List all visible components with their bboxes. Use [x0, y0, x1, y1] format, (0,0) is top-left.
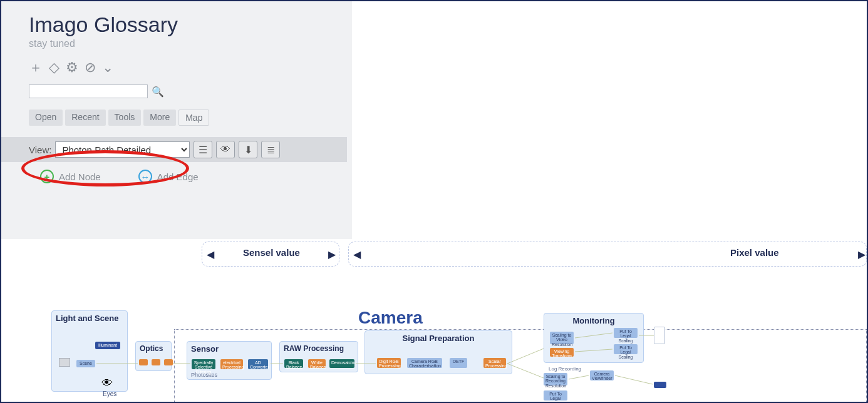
add-edge-label: Add Edge	[157, 171, 199, 182]
region-monitor: Monitoring	[544, 313, 644, 363]
tab-recent[interactable]: Recent	[65, 110, 105, 126]
node-put-legal1[interactable]: Put To Legal Scaling	[614, 328, 638, 338]
arrow-left-icon: ◀	[353, 248, 361, 260]
view-label: View:	[29, 145, 51, 155]
node-optics-3[interactable]	[164, 359, 173, 365]
arrow-right-icon: ▶	[328, 248, 336, 260]
tab-more[interactable]: More	[143, 110, 176, 126]
region-raw: RAW Processing	[279, 341, 358, 372]
chevron-down-icon[interactable]: ⌄	[102, 59, 113, 76]
menu-icon[interactable]: ☰	[194, 141, 212, 158]
node-scene[interactable]: Scene	[76, 360, 95, 367]
svg-line-10	[615, 375, 653, 384]
scene-image-icon	[59, 358, 70, 367]
edge-circle-icon: ↔	[138, 170, 152, 183]
node-scalar[interactable]: Scalar Processing	[483, 358, 506, 368]
region-sensor-title: Sensor	[187, 342, 271, 356]
region-monitor-title: Monitoring	[544, 314, 643, 328]
node-demosaic[interactable]: Demosaicing	[329, 359, 354, 368]
tab-map[interactable]: Map	[178, 110, 209, 126]
plus-circle-icon: +	[40, 170, 54, 183]
node-cam-view[interactable]: Camera Viewfinder	[590, 370, 614, 380]
download-icon[interactable]: ⬇	[239, 141, 257, 158]
view-toolbar: View: Photon Path Detailed ☰ 👁 ⬇ ≣	[1, 137, 347, 162]
sidebar-panel: Imago Glossary stay tuned ＋ ◇ ⚙ ⊘ ⌄ 🔍 Op…	[1, 1, 352, 239]
node-digrgb[interactable]: Digit RGB Processing	[377, 358, 401, 368]
svg-line-4	[507, 349, 544, 364]
group-pixel	[348, 242, 867, 267]
node-view-trans[interactable]: Viewing Transform	[550, 348, 574, 357]
node-white[interactable]: White Balance	[308, 359, 326, 368]
log-recording-label: Log Recording	[549, 366, 581, 372]
view-select[interactable]: Photon Path Detailed	[55, 141, 190, 158]
add-node-label: Add Node	[59, 171, 101, 182]
group-sensel-label: Sensel value	[243, 247, 300, 258]
tab-tools[interactable]: Tools	[108, 110, 142, 126]
node-camrgb[interactable]: Camera RGB Characterisation	[407, 358, 442, 368]
node-oetf[interactable]: OETF	[450, 358, 467, 368]
camera-outline	[174, 329, 867, 403]
group-pixel-label: Pixel value	[730, 247, 779, 258]
node-scale-vid[interactable]: Scaling to Video Resolution	[550, 332, 574, 344]
node-black[interactable]: Black Balance	[284, 359, 303, 368]
node-small-blue[interactable]	[654, 382, 666, 388]
arrow-right-icon: ▶	[858, 248, 865, 260]
region-sensor-sub: Photosites	[187, 372, 221, 378]
region-optics: Optics	[135, 341, 172, 371]
app-title: Imago Glossary	[29, 13, 347, 37]
eye-icon: 👁	[101, 377, 113, 390]
eye-icon[interactable]: 👁	[216, 141, 235, 158]
arrow-left-icon: ◀	[207, 248, 214, 260]
tag-icon[interactable]: ◇	[49, 59, 59, 76]
camera-title: Camera	[358, 308, 423, 328]
node-optics-1[interactable]	[139, 359, 148, 365]
search-input[interactable]	[29, 84, 148, 98]
node-spectrally[interactable]: Spectrally Selective Filtering	[192, 359, 215, 369]
node-ad[interactable]: AD Converter	[248, 359, 268, 369]
region-light: Light and Scene	[51, 310, 128, 392]
check-circle-icon[interactable]: ⊘	[85, 59, 96, 76]
add-node-button[interactable]: + Add Node	[40, 170, 101, 183]
node-output-placeholder[interactable]	[654, 327, 665, 344]
search-icon[interactable]: 🔍	[152, 86, 164, 98]
region-signal: Signal Preparation	[364, 330, 512, 374]
group-sensel	[202, 242, 339, 267]
region-sensor: Sensor Photosites	[187, 341, 272, 380]
node-electrical[interactable]: electrical Processing	[220, 359, 243, 369]
node-scale-rec[interactable]: Scaling to Recording Resolution	[544, 373, 567, 385]
region-signal-title: Signal Preparation	[365, 331, 512, 345]
region-raw-title: RAW Processing	[280, 342, 358, 355]
node-put-legal2[interactable]: Put To Legal Scaling	[614, 344, 638, 354]
tab-bar: Open Recent Tools More Map	[29, 110, 347, 126]
gear-icon[interactable]: ⚙	[66, 59, 78, 76]
node-optics-2[interactable]	[152, 359, 160, 365]
svg-line-7	[575, 349, 612, 352]
region-optics-title: Optics	[136, 342, 171, 355]
svg-line-9	[569, 375, 589, 379]
eyes-label: Eyes	[103, 390, 116, 397]
svg-line-5	[507, 364, 544, 378]
app-subtitle: stay tuned	[29, 38, 347, 49]
node-illuminant[interactable]: Illuminant	[95, 342, 120, 349]
tab-open[interactable]: Open	[29, 110, 63, 126]
node-put-legal3[interactable]: Put To Legal Scaling	[544, 390, 567, 400]
add-edge-button[interactable]: ↔ Add Edge	[138, 170, 199, 183]
icon-toolbar: ＋ ◇ ⚙ ⊘ ⌄	[29, 58, 347, 77]
layers-icon[interactable]: ≣	[261, 141, 280, 158]
region-light-title: Light and Scene	[52, 311, 127, 325]
add-icon[interactable]: ＋	[29, 58, 43, 77]
svg-line-6	[575, 333, 612, 338]
